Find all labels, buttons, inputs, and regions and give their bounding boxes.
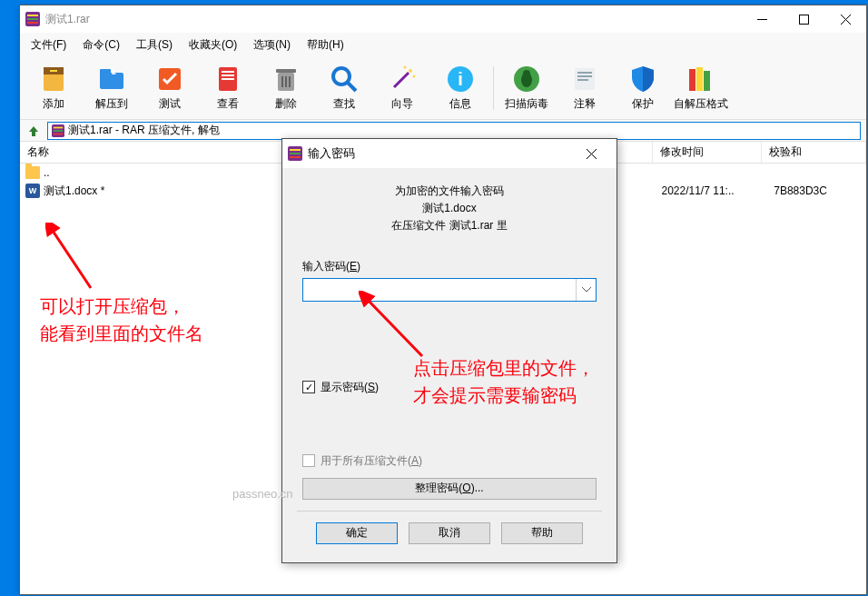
file-modified: 2022/11/7 11:..: [654, 184, 763, 197]
test-icon: [154, 64, 185, 94]
virus-scan-icon: [511, 64, 542, 94]
svg-point-25: [413, 75, 416, 78]
toolbar-label: 删除: [275, 96, 297, 112]
password-dropdown-button[interactable]: [576, 279, 596, 301]
docx-icon: W: [25, 184, 40, 198]
svg-line-21: [348, 83, 356, 91]
toolbar-label: 查看: [217, 96, 239, 112]
toolbar-label: 向导: [391, 96, 413, 112]
watermark: passneo.cn: [232, 487, 293, 501]
close-icon: [587, 149, 597, 159]
menu-tools[interactable]: 工具(S): [131, 35, 178, 55]
svg-rect-41: [54, 133, 64, 134]
comment-icon: [569, 64, 600, 94]
menu-command[interactable]: 命令(C): [77, 35, 125, 55]
view-button[interactable]: 查看: [200, 60, 256, 116]
menu-help[interactable]: 帮助(H): [301, 35, 350, 55]
close-button[interactable]: [824, 5, 866, 33]
all-archives-checkbox[interactable]: 用于所有压缩文件(A): [302, 453, 597, 469]
delete-button[interactable]: 删除: [258, 60, 314, 116]
path-text: 测试1.rar - RAR 压缩文件, 解包: [68, 123, 220, 138]
checkbox-icon: [302, 454, 315, 467]
dialog-title-bar[interactable]: 输入密码: [282, 139, 616, 168]
svg-rect-39: [54, 126, 64, 128]
protect-icon: [627, 64, 658, 94]
svg-rect-3: [27, 22, 38, 24]
svg-rect-45: [290, 153, 301, 154]
sfx-button[interactable]: 自解压格式: [673, 60, 729, 116]
svg-rect-7: [50, 70, 57, 72]
svg-rect-9: [100, 69, 111, 74]
up-button[interactable]: [25, 123, 42, 139]
toolbar-label: 添加: [43, 96, 64, 112]
wizard-button[interactable]: 向导: [374, 60, 430, 116]
title-bar[interactable]: 测试1.rar: [20, 5, 866, 33]
svg-point-30: [523, 70, 530, 77]
toolbar-label: 扫描病毒: [505, 96, 548, 112]
show-password-checkbox[interactable]: ✓ 显示密码(S): [302, 380, 597, 395]
delete-icon: [271, 64, 301, 94]
sfx-icon: [686, 64, 716, 94]
svg-rect-2: [27, 18, 38, 20]
info-icon: i: [445, 64, 476, 94]
view-icon: [212, 64, 243, 94]
menu-file[interactable]: 文件(F): [25, 35, 72, 55]
password-input[interactable]: [302, 278, 597, 302]
minimize-button[interactable]: [741, 5, 783, 33]
dialog-message: 为加密的文件输入密码 测试1.docx 在压缩文件 测试1.rar 里: [302, 183, 597, 235]
svg-text:i: i: [458, 69, 463, 89]
svg-rect-37: [704, 71, 710, 91]
menu-options[interactable]: 选项(N): [248, 35, 296, 55]
svg-rect-34: [577, 79, 588, 81]
add-button[interactable]: 添加: [25, 60, 82, 116]
extract-to-icon: [96, 64, 127, 94]
svg-rect-36: [696, 67, 703, 91]
chevron-down-icon: [582, 287, 591, 293]
menu-favorites[interactable]: 收藏夹(O): [183, 35, 242, 55]
protect-button[interactable]: 保护: [615, 60, 671, 116]
archive-icon: [52, 124, 64, 137]
toolbar-label: 测试: [159, 96, 181, 112]
col-checksum[interactable]: 校验和: [762, 142, 866, 163]
cancel-button[interactable]: 取消: [409, 522, 490, 544]
test-button[interactable]: 测试: [142, 60, 198, 116]
toolbar-label: 查找: [333, 96, 355, 112]
find-button[interactable]: 查找: [316, 60, 372, 116]
svg-rect-44: [290, 149, 301, 151]
virus-scan-button[interactable]: 扫描病毒: [498, 60, 555, 116]
toolbar-label: 解压到: [95, 96, 128, 112]
wizard-icon: [387, 64, 418, 94]
svg-rect-13: [222, 74, 234, 76]
svg-rect-17: [281, 76, 283, 87]
organize-passwords-button[interactable]: 整理密码(O)...: [302, 478, 597, 500]
separator: [297, 511, 602, 512]
svg-point-23: [409, 69, 412, 73]
svg-point-24: [404, 66, 407, 69]
svg-rect-40: [54, 130, 64, 132]
toolbar-label: 自解压格式: [674, 96, 728, 112]
ok-button[interactable]: 确定: [316, 522, 398, 544]
comment-button[interactable]: 注释: [557, 60, 613, 116]
path-input[interactable]: 测试1.rar - RAR 压缩文件, 解包: [47, 122, 861, 140]
info-button[interactable]: i信息: [432, 60, 488, 116]
maximize-button[interactable]: [783, 5, 824, 33]
svg-rect-12: [222, 71, 234, 73]
toolbar-separator: [493, 66, 494, 110]
checkbox-icon: ✓: [302, 381, 315, 393]
extract-to-button[interactable]: 解压到: [84, 60, 140, 116]
password-dialog: 输入密码 为加密的文件输入密码 测试1.docx 在压缩文件 测试1.rar 里…: [281, 138, 617, 563]
col-modified[interactable]: 修改时间: [653, 142, 762, 163]
svg-rect-18: [285, 76, 287, 87]
help-button[interactable]: 帮助: [501, 522, 583, 544]
dialog-icon: [288, 146, 302, 161]
toolbar-label: 信息: [449, 96, 471, 112]
svg-rect-16: [276, 69, 296, 73]
svg-rect-1: [27, 15, 38, 16]
svg-rect-35: [689, 69, 695, 91]
toolbar: 添加解压到测试查看删除查找向导i信息扫描病毒注释保护自解压格式: [20, 56, 866, 120]
toolbar-label: 保护: [632, 96, 654, 112]
toolbar-label: 注释: [574, 96, 596, 112]
svg-rect-46: [290, 156, 301, 158]
dialog-close-button[interactable]: [571, 140, 611, 167]
svg-rect-8: [100, 73, 123, 89]
